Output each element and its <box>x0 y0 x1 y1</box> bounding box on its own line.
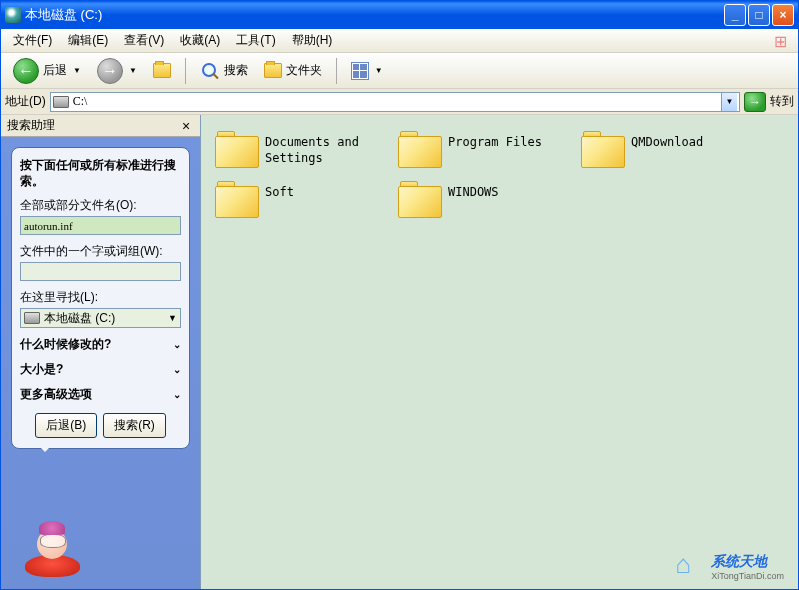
menubar: 文件(F) 编辑(E) 查看(V) 收藏(A) 工具(T) 帮助(H) <box>1 29 798 53</box>
search-button[interactable]: 搜索(R) <box>103 413 166 438</box>
folders-button[interactable]: 文件夹 <box>258 57 328 85</box>
views-button[interactable]: ▼ <box>345 57 389 85</box>
address-label: 地址(D) <box>5 93 46 110</box>
watermark-icon <box>679 553 707 581</box>
watermark: 系统天地 XiTongTianDi.com <box>679 553 784 581</box>
menu-file[interactable]: 文件(F) <box>5 30 60 51</box>
search-pane-title: 搜索助理 <box>7 117 55 134</box>
more-options-label: 更多高级选项 <box>20 386 92 403</box>
chevron-down-icon: ⌄ <box>173 339 181 350</box>
separator <box>185 58 186 84</box>
menu-help[interactable]: 帮助(H) <box>284 30 341 51</box>
folder-item[interactable]: WINDOWS <box>396 177 571 219</box>
search-body: ➔ 按下面任何或所有标准进行搜索。 全部或部分文件名(O): 文件中的一个字或词… <box>1 137 200 519</box>
search-close-button[interactable]: × <box>178 118 194 134</box>
folder-item[interactable]: Soft <box>213 177 388 219</box>
balloon-title: 按下面任何或所有标准进行搜索。 <box>20 158 181 189</box>
folder-icon <box>215 129 259 167</box>
disk-icon <box>53 96 69 108</box>
address-input[interactable]: C:\ ▼ <box>50 92 740 112</box>
chevron-down-icon: ⌄ <box>173 364 181 375</box>
address-dropdown[interactable]: ▼ <box>721 93 737 111</box>
chevron-down-icon: ▼ <box>73 66 81 75</box>
search-balloon: 按下面任何或所有标准进行搜索。 全部或部分文件名(O): 文件中的一个字或词组(… <box>11 147 190 449</box>
folder-item[interactable]: QMDownload <box>579 127 754 169</box>
chevron-down-icon: ⌄ <box>173 389 181 400</box>
chevron-down-icon: ▼ <box>168 313 177 323</box>
folder-label: Soft <box>265 179 294 201</box>
folder-icon <box>398 129 442 167</box>
search-header: 搜索助理 × <box>1 115 200 137</box>
back-arrow-icon: ← <box>13 58 39 84</box>
menu-tools[interactable]: 工具(T) <box>228 30 283 51</box>
addressbar: 地址(D) C:\ ▼ → 转到 <box>1 89 798 115</box>
close-button[interactable]: × <box>772 4 794 26</box>
views-icon <box>351 62 369 80</box>
disk-icon <box>24 312 40 324</box>
folder-icon <box>264 63 282 78</box>
window-controls: _ □ × <box>724 4 794 26</box>
menu-edit[interactable]: 编辑(E) <box>60 30 116 51</box>
filename-label: 全部或部分文件名(O): <box>20 197 181 214</box>
search-label: 搜索 <box>224 62 248 79</box>
search-pane: 搜索助理 × ➔ 按下面任何或所有标准进行搜索。 全部或部分文件名(O): 文件… <box>1 115 201 589</box>
menu-favorites[interactable]: 收藏(A) <box>172 30 228 51</box>
back-label: 后退 <box>43 62 67 79</box>
forward-button[interactable]: → ▼ <box>91 57 143 85</box>
windows-logo-icon <box>774 32 792 50</box>
search-icon <box>200 61 220 81</box>
go-button[interactable]: → <box>744 92 766 112</box>
body-area: 搜索助理 × ➔ 按下面任何或所有标准进行搜索。 全部或部分文件名(O): 文件… <box>1 115 798 589</box>
folder-label: Documents and Settings <box>265 129 386 166</box>
lookin-label: 在这里寻找(L): <box>20 289 181 306</box>
size-label: 大小是? <box>20 361 63 378</box>
separator <box>336 58 337 84</box>
folder-label: WINDOWS <box>448 179 499 201</box>
menu-view[interactable]: 查看(V) <box>116 30 172 51</box>
lookin-value: 本地磁盘 (C:) <box>44 310 115 327</box>
forward-arrow-icon: → <box>97 58 123 84</box>
up-folder-icon <box>153 63 171 78</box>
chevron-down-icon: ▼ <box>129 66 137 75</box>
folder-icon <box>215 179 259 217</box>
up-button[interactable] <box>147 57 177 85</box>
search-button[interactable]: 搜索 <box>194 57 254 85</box>
folder-icon <box>581 129 625 167</box>
disk-icon <box>5 7 21 23</box>
folder-item[interactable]: Program Files <box>396 127 571 169</box>
button-row: 后退(B) 搜索(R) <box>20 413 181 438</box>
filename-input[interactable] <box>20 216 181 235</box>
more-options-expander[interactable]: 更多高级选项 ⌄ <box>20 386 181 403</box>
go-label: 转到 <box>770 93 794 110</box>
when-modified-label: 什么时候修改的? <box>20 336 111 353</box>
maximize-button[interactable]: □ <box>748 4 770 26</box>
watermark-brand: 系统天地 <box>711 553 784 571</box>
folder-item[interactable]: Documents and Settings <box>213 127 388 169</box>
back-button[interactable]: ← 后退 ▼ <box>7 57 87 85</box>
folder-icon <box>398 179 442 217</box>
titlebar: 本地磁盘 (C:) _ □ × <box>1 1 798 29</box>
minimize-button[interactable]: _ <box>724 4 746 26</box>
window-title: 本地磁盘 (C:) <box>25 6 724 24</box>
back-button[interactable]: 后退(B) <box>35 413 97 438</box>
search-assistant-character[interactable] <box>1 519 200 589</box>
watermark-url: XiTongTianDi.com <box>711 571 784 581</box>
content-pane[interactable]: Documents and Settings Program Files QMD… <box>201 115 798 589</box>
address-value: C:\ <box>73 94 717 109</box>
size-expander[interactable]: 大小是? ⌄ <box>20 361 181 378</box>
content-input[interactable] <box>20 262 181 281</box>
chevron-down-icon: ▼ <box>375 66 383 75</box>
explorer-window: 本地磁盘 (C:) _ □ × 文件(F) 编辑(E) 查看(V) 收藏(A) … <box>0 0 799 590</box>
folder-label: Program Files <box>448 129 542 151</box>
folder-label: QMDownload <box>631 129 703 151</box>
folders-label: 文件夹 <box>286 62 322 79</box>
folder-grid: Documents and Settings Program Files QMD… <box>213 127 786 219</box>
when-modified-expander[interactable]: 什么时候修改的? ⌄ <box>20 336 181 353</box>
content-label: 文件中的一个字或词组(W): <box>20 243 181 260</box>
lookin-select[interactable]: 本地磁盘 (C:) ▼ <box>20 308 181 328</box>
toolbar: ← 后退 ▼ → ▼ 搜索 文件夹 ▼ <box>1 53 798 89</box>
